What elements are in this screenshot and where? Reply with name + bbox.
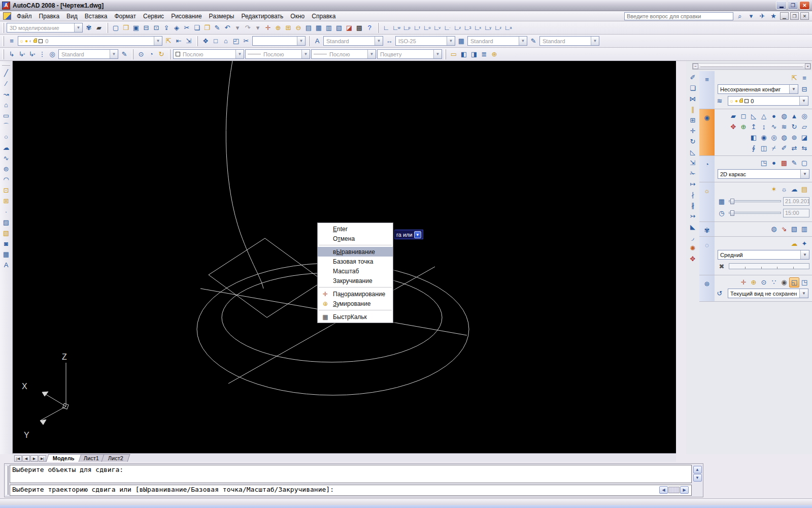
- properties-icon[interactable]: ▤: [303, 23, 314, 33]
- minimize-button[interactable]: [776, 1, 787, 10]
- scale-icon[interactable]: ◺: [688, 147, 698, 157]
- realistic-style-icon[interactable]: ●: [769, 158, 779, 168]
- advanced-render-settings-icon[interactable]: ✦: [799, 239, 809, 249]
- layer-isolate-icon[interactable]: ≋: [715, 96, 725, 106]
- menu-Окно[interactable]: Окно: [287, 12, 308, 21]
- chevron-down-icon[interactable]: ▼: [375, 37, 383, 45]
- cylinder-icon[interactable]: ◍: [779, 111, 789, 121]
- erase-face-icon[interactable]: ✐: [779, 143, 789, 153]
- chevron-down-icon[interactable]: ▼: [591, 37, 599, 45]
- erase-icon[interactable]: ✐: [688, 72, 698, 83]
- display-options-icon[interactable]: ▢: [799, 158, 809, 168]
- trim-icon[interactable]: ✁: [688, 168, 698, 179]
- layer-on-icon[interactable]: ☼: [19, 38, 24, 44]
- fillet-icon[interactable]: ◞: [688, 232, 698, 243]
- wedge-icon[interactable]: ◺: [749, 111, 759, 121]
- quick-calc-icon[interactable]: ▩: [354, 23, 364, 33]
- free-orbit-icon[interactable]: ◔: [146, 49, 156, 59]
- edge-overrides-icon[interactable]: ✎: [789, 158, 799, 168]
- linetype-control-combo[interactable]: Послою▼: [245, 49, 310, 59]
- table-style-combo[interactable]: Standard▼: [467, 36, 527, 46]
- polysolid-icon[interactable]: ▰: [728, 111, 738, 121]
- chevron-down-icon[interactable]: ▼: [447, 37, 455, 45]
- ucs-z-axis-vector-icon[interactable]: ∟z: [452, 23, 462, 33]
- ellipse-icon[interactable]: ⊜: [1, 164, 11, 174]
- last-tab-button[interactable]: ▶|: [39, 455, 46, 462]
- sheet-set-manager-icon[interactable]: ▧: [334, 23, 344, 33]
- ucs-icon[interactable]: ∟: [381, 23, 391, 33]
- menu-Размеры[interactable]: Размеры: [206, 12, 238, 21]
- sun-date-calendar-icon[interactable]: ▦: [717, 196, 727, 206]
- box-icon[interactable]: ◻: [738, 111, 749, 121]
- chevron-down-icon[interactable]: ▼: [799, 289, 808, 298]
- continuous-orbit-icon[interactable]: ↻: [156, 49, 166, 59]
- layer-vp-freeze-icon[interactable]: ◐: [29, 38, 32, 44]
- mirror-icon[interactable]: ⋈: [688, 93, 698, 104]
- toolbar-grab-handle[interactable]: [445, 49, 446, 59]
- stretch-icon[interactable]: ⇲: [688, 157, 698, 168]
- toolbar-grab-handle[interactable]: [308, 36, 310, 46]
- menu-Редактировать[interactable]: Редактировать: [238, 12, 287, 21]
- context-menu-item[interactable]: ▦БыстрКальк: [318, 312, 393, 322]
- sun-time-clock-icon[interactable]: ◷: [717, 208, 727, 218]
- next-tab-button[interactable]: ▶: [30, 455, 38, 462]
- context-menu-item[interactable]: Базовая точка: [318, 257, 393, 266]
- visual-style-combo[interactable]: 2D каркас ▼: [718, 169, 809, 179]
- parallel-projection-icon[interactable]: ◳: [799, 277, 809, 288]
- 3d-rotate-icon[interactable]: ⊕: [738, 122, 749, 132]
- render-quality-slider[interactable]: [729, 263, 809, 269]
- add-leader-icon[interactable]: ↳+: [17, 49, 27, 59]
- paste-icon[interactable]: ❐: [202, 23, 212, 33]
- previous-tab-button[interactable]: ◀: [22, 455, 30, 462]
- orbit-icon[interactable]: ⊙: [759, 277, 769, 288]
- search-icon[interactable]: ⌕: [735, 11, 745, 21]
- multileader-style-combo[interactable]: Standard▼: [539, 36, 599, 46]
- multileader-icon[interactable]: ↳: [7, 49, 17, 59]
- gradient-icon[interactable]: ▧: [1, 228, 11, 238]
- 3d-face-icon[interactable]: ◫: [759, 143, 769, 153]
- color-control-combo[interactable]: Послою▼: [173, 49, 244, 59]
- close-button[interactable]: ✕: [799, 1, 810, 10]
- context-menu-item[interactable]: ✛Панорамирование: [318, 289, 393, 299]
- thicken-icon[interactable]: ⇆: [799, 143, 809, 153]
- 3d-navigate-panel-icon[interactable]: ⊛: [702, 278, 712, 289]
- layer-on-icon[interactable]: ☼: [729, 98, 734, 104]
- clip-existing-viewport-icon[interactable]: ✂: [241, 36, 251, 46]
- menu-Правка[interactable]: Правка: [36, 12, 63, 21]
- undo-icon[interactable]: ↶: [222, 23, 232, 33]
- layer-color-swatch[interactable]: [39, 39, 43, 43]
- viewport-scale-combo[interactable]: ▼: [252, 36, 306, 46]
- 3d-move-icon[interactable]: ✥: [728, 122, 738, 132]
- spline-icon[interactable]: ∿: [1, 153, 11, 164]
- zoom-icon[interactable]: ⊕: [749, 277, 759, 288]
- make-object-layer-current-icon[interactable]: ⇱: [163, 36, 174, 46]
- rotate-icon[interactable]: ↻: [688, 136, 698, 147]
- layer-properties-icon[interactable]: ≡: [799, 73, 809, 83]
- chevron-down-icon[interactable]: ▼: [74, 23, 82, 32]
- section-plane-icon[interactable]: ⌿: [769, 143, 779, 153]
- ucs-object-icon[interactable]: ∟o: [422, 23, 432, 33]
- walk-icon[interactable]: ∵: [769, 277, 779, 288]
- subtract-icon[interactable]: ◎: [769, 133, 779, 143]
- context-menu-item[interactable]: Enter: [318, 224, 393, 234]
- ucs-face-icon[interactable]: ∟f: [412, 23, 422, 33]
- layer-freeze-icon[interactable]: ●: [735, 98, 738, 104]
- ucs-apply-icon[interactable]: ∟a: [503, 23, 513, 33]
- convert-object-to-viewport-icon[interactable]: ◰: [231, 36, 241, 46]
- command-input[interactable]: Выберите траекторию сдвига или [вЫравнив…: [10, 485, 692, 496]
- ucs-rotate-x-icon[interactable]: ∟x: [472, 23, 483, 33]
- polygonal-viewport-icon[interactable]: ⌂: [221, 36, 231, 46]
- doc-close-button[interactable]: ✕: [800, 12, 809, 20]
- context-menu-item[interactable]: Отмена: [318, 234, 393, 243]
- toolbar-grab-handle[interactable]: [132, 49, 133, 59]
- workspace-combo[interactable]: 3D моделирование▼: [7, 23, 83, 33]
- copy-object-icon[interactable]: ❏: [688, 83, 698, 93]
- markup-set-manager-icon[interactable]: ◪: [344, 23, 354, 33]
- loft-icon[interactable]: ≋: [779, 122, 789, 132]
- redo-icon[interactable]: ↷: [243, 23, 253, 33]
- toolbar-grab-handle[interactable]: [3, 49, 4, 59]
- layer-color-swatch[interactable]: [745, 99, 749, 103]
- create-material-icon[interactable]: ◍: [769, 224, 779, 234]
- publish-icon[interactable]: ⇪: [161, 23, 172, 33]
- sphere-icon[interactable]: ●: [769, 111, 779, 121]
